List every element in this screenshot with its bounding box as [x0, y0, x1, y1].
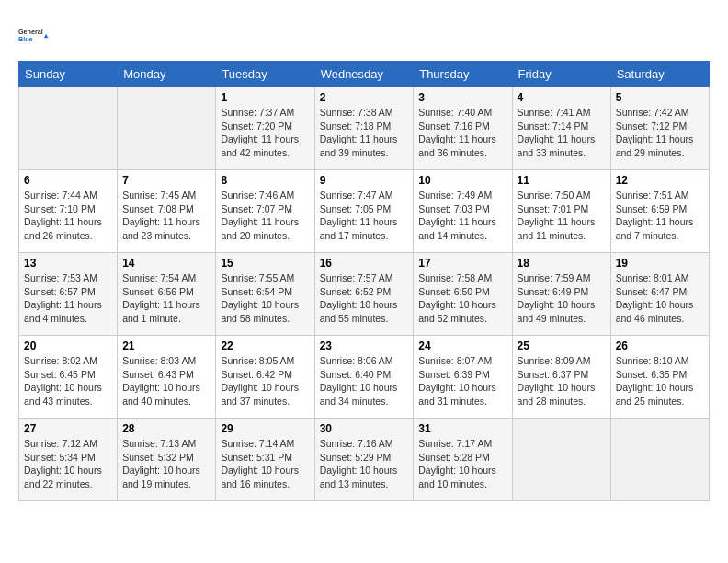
- calendar-cell: [118, 87, 216, 170]
- calendar-cell: [610, 419, 709, 501]
- calendar-cell: 13Sunrise: 7:53 AMSunset: 6:57 PMDayligh…: [19, 253, 118, 336]
- calendar-week-1: 1Sunrise: 7:37 AMSunset: 7:20 PMDaylight…: [19, 87, 710, 170]
- calendar-table: SundayMondayTuesdayWednesdayThursdayFrid…: [18, 61, 710, 501]
- day-info: Sunrise: 7:49 AMSunset: 7:03 PMDaylight:…: [418, 189, 506, 243]
- day-info: Sunrise: 8:01 AMSunset: 6:47 PMDaylight:…: [616, 271, 704, 326]
- calendar-cell: [512, 419, 610, 501]
- day-info: Sunrise: 7:59 AMSunset: 6:49 PMDaylight:…: [518, 271, 606, 326]
- calendar-cell: 2Sunrise: 7:38 AMSunset: 7:18 PMDaylight…: [314, 87, 414, 170]
- calendar-cell: 8Sunrise: 7:46 AMSunset: 7:07 PMDaylight…: [216, 170, 314, 253]
- calendar-cell: 12Sunrise: 7:51 AMSunset: 6:59 PMDayligh…: [610, 170, 709, 253]
- day-info: Sunrise: 7:12 AMSunset: 5:34 PMDaylight:…: [24, 437, 112, 491]
- calendar-cell: 22Sunrise: 8:05 AMSunset: 6:42 PMDayligh…: [216, 336, 314, 419]
- day-number: 17: [418, 257, 506, 270]
- day-info: Sunrise: 7:47 AMSunset: 7:05 PMDaylight:…: [320, 189, 409, 243]
- day-info: Sunrise: 8:02 AMSunset: 6:45 PMDaylight:…: [24, 354, 112, 408]
- calendar-cell: 23Sunrise: 8:06 AMSunset: 6:40 PMDayligh…: [314, 336, 414, 419]
- calendar-cell: 25Sunrise: 8:09 AMSunset: 6:37 PMDayligh…: [512, 336, 610, 419]
- calendar-cell: 28Sunrise: 7:13 AMSunset: 5:32 PMDayligh…: [118, 419, 216, 501]
- day-number: 20: [24, 339, 112, 352]
- day-info: Sunrise: 7:14 AMSunset: 5:31 PMDaylight:…: [221, 437, 309, 491]
- calendar-week-4: 20Sunrise: 8:02 AMSunset: 6:45 PMDayligh…: [19, 336, 710, 419]
- calendar-cell: 19Sunrise: 8:01 AMSunset: 6:47 PMDayligh…: [610, 253, 709, 336]
- calendar-cell: [19, 87, 118, 170]
- calendar-cell: 26Sunrise: 8:10 AMSunset: 6:35 PMDayligh…: [610, 336, 709, 419]
- day-info: Sunrise: 7:53 AMSunset: 6:57 PMDaylight:…: [24, 271, 112, 326]
- calendar-cell: 16Sunrise: 7:57 AMSunset: 6:52 PMDayligh…: [314, 253, 414, 336]
- day-info: Sunrise: 7:54 AMSunset: 6:56 PMDaylight:…: [122, 271, 210, 326]
- day-number: 14: [122, 257, 210, 270]
- day-number: 7: [122, 174, 210, 187]
- calendar-cell: 11Sunrise: 7:50 AMSunset: 7:01 PMDayligh…: [512, 170, 610, 253]
- header-day-thursday: Thursday: [414, 62, 512, 87]
- day-number: 27: [24, 422, 112, 435]
- day-number: 12: [616, 174, 704, 187]
- day-number: 11: [518, 174, 606, 187]
- day-info: Sunrise: 8:06 AMSunset: 6:40 PMDaylight:…: [320, 354, 409, 408]
- header-day-tuesday: Tuesday: [216, 62, 314, 87]
- logo-icon: GeneralBlue: [18, 18, 51, 52]
- day-info: Sunrise: 8:09 AMSunset: 6:37 PMDaylight:…: [518, 354, 606, 408]
- day-number: 5: [616, 91, 704, 104]
- day-info: Sunrise: 7:40 AMSunset: 7:16 PMDaylight:…: [418, 106, 506, 160]
- page-header: GeneralBlue: [18, 18, 710, 52]
- day-info: Sunrise: 7:46 AMSunset: 7:07 PMDaylight:…: [221, 189, 309, 243]
- day-number: 26: [616, 339, 704, 352]
- calendar-cell: 31Sunrise: 7:17 AMSunset: 5:28 PMDayligh…: [414, 419, 512, 501]
- calendar-cell: 9Sunrise: 7:47 AMSunset: 7:05 PMDaylight…: [314, 170, 414, 253]
- calendar-cell: 15Sunrise: 7:55 AMSunset: 6:54 PMDayligh…: [216, 253, 314, 336]
- calendar-cell: 24Sunrise: 8:07 AMSunset: 6:39 PMDayligh…: [414, 336, 512, 419]
- calendar-cell: 14Sunrise: 7:54 AMSunset: 6:56 PMDayligh…: [118, 253, 216, 336]
- calendar-cell: 21Sunrise: 8:03 AMSunset: 6:43 PMDayligh…: [118, 336, 216, 419]
- calendar-cell: 18Sunrise: 7:59 AMSunset: 6:49 PMDayligh…: [512, 253, 610, 336]
- day-number: 13: [24, 257, 112, 270]
- day-number: 1: [221, 91, 309, 104]
- day-number: 18: [518, 257, 606, 270]
- day-number: 28: [122, 422, 210, 435]
- day-number: 2: [320, 91, 409, 104]
- calendar-cell: 7Sunrise: 7:45 AMSunset: 7:08 PMDaylight…: [118, 170, 216, 253]
- day-info: Sunrise: 8:07 AMSunset: 6:39 PMDaylight:…: [418, 354, 506, 408]
- header-row: SundayMondayTuesdayWednesdayThursdayFrid…: [19, 62, 710, 87]
- day-info: Sunrise: 7:42 AMSunset: 7:12 PMDaylight:…: [616, 106, 704, 160]
- day-info: Sunrise: 7:57 AMSunset: 6:52 PMDaylight:…: [320, 271, 409, 326]
- calendar-cell: 3Sunrise: 7:40 AMSunset: 7:16 PMDaylight…: [414, 87, 512, 170]
- header-day-saturday: Saturday: [610, 62, 709, 87]
- calendar-week-2: 6Sunrise: 7:44 AMSunset: 7:10 PMDaylight…: [19, 170, 710, 253]
- calendar-cell: 27Sunrise: 7:12 AMSunset: 5:34 PMDayligh…: [19, 419, 118, 501]
- day-number: 15: [221, 257, 309, 270]
- day-info: Sunrise: 7:51 AMSunset: 6:59 PMDaylight:…: [616, 189, 704, 243]
- calendar-week-5: 27Sunrise: 7:12 AMSunset: 5:34 PMDayligh…: [19, 419, 710, 501]
- day-info: Sunrise: 7:41 AMSunset: 7:14 PMDaylight:…: [518, 106, 606, 160]
- day-number: 31: [418, 422, 506, 435]
- day-info: Sunrise: 7:13 AMSunset: 5:32 PMDaylight:…: [122, 437, 210, 491]
- calendar-cell: 4Sunrise: 7:41 AMSunset: 7:14 PMDaylight…: [512, 87, 610, 170]
- calendar-body: 1Sunrise: 7:37 AMSunset: 7:20 PMDaylight…: [19, 87, 710, 501]
- calendar-week-3: 13Sunrise: 7:53 AMSunset: 6:57 PMDayligh…: [19, 253, 710, 336]
- day-info: Sunrise: 7:38 AMSunset: 7:18 PMDaylight:…: [320, 106, 409, 160]
- day-number: 21: [122, 339, 210, 352]
- logo: GeneralBlue: [18, 18, 51, 52]
- day-info: Sunrise: 8:03 AMSunset: 6:43 PMDaylight:…: [122, 354, 210, 408]
- day-number: 10: [418, 174, 506, 187]
- calendar-cell: 20Sunrise: 8:02 AMSunset: 6:45 PMDayligh…: [19, 336, 118, 419]
- day-number: 8: [221, 174, 309, 187]
- day-number: 9: [320, 174, 409, 187]
- header-day-friday: Friday: [512, 62, 610, 87]
- day-number: 6: [24, 174, 112, 187]
- day-info: Sunrise: 8:10 AMSunset: 6:35 PMDaylight:…: [616, 354, 704, 408]
- day-info: Sunrise: 7:37 AMSunset: 7:20 PMDaylight:…: [221, 106, 309, 160]
- day-info: Sunrise: 7:44 AMSunset: 7:10 PMDaylight:…: [24, 189, 112, 243]
- day-info: Sunrise: 7:45 AMSunset: 7:08 PMDaylight:…: [122, 189, 210, 243]
- day-number: 19: [616, 257, 704, 270]
- header-day-sunday: Sunday: [19, 62, 118, 87]
- day-number: 24: [418, 339, 506, 352]
- calendar-cell: 5Sunrise: 7:42 AMSunset: 7:12 PMDaylight…: [610, 87, 709, 170]
- header-day-monday: Monday: [118, 62, 216, 87]
- calendar-cell: 29Sunrise: 7:14 AMSunset: 5:31 PMDayligh…: [216, 419, 314, 501]
- day-info: Sunrise: 7:17 AMSunset: 5:28 PMDaylight:…: [418, 437, 506, 491]
- day-number: 29: [221, 422, 309, 435]
- day-number: 30: [320, 422, 409, 435]
- day-number: 22: [221, 339, 309, 352]
- day-number: 16: [320, 257, 409, 270]
